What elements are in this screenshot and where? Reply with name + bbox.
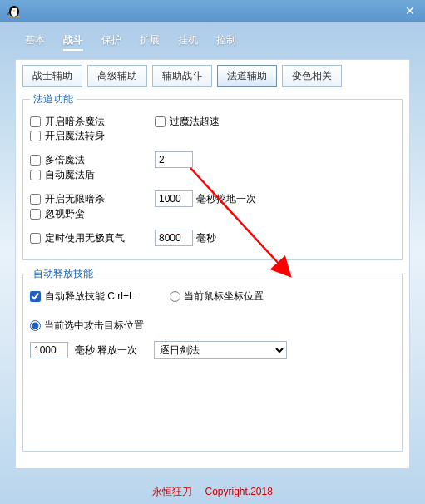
tab-extend[interactable]: 扩展 bbox=[140, 33, 160, 51]
chk-auto-magic-shield[interactable]: 自动魔法盾 bbox=[30, 168, 146, 182]
dig-interval-input[interactable] bbox=[155, 190, 193, 207]
svg-point-2 bbox=[12, 8, 13, 10]
timed-suffix-label: 毫秒 bbox=[196, 231, 216, 245]
cast-interval-input[interactable] bbox=[30, 342, 68, 358]
skill-select[interactable]: 逐日剑法 bbox=[154, 341, 287, 359]
radio-cursor-position-label: 当前鼠标坐标位置 bbox=[184, 289, 264, 304]
top-tab-bar: 基本 战斗 保护 扩展 挂机 控制 bbox=[0, 22, 425, 59]
group1-legend: 法道功能 bbox=[30, 92, 77, 106]
chk-open-assassin-label: 开启暗杀魔法 bbox=[45, 115, 105, 129]
multi-magic-value-input[interactable] bbox=[155, 151, 193, 168]
chk-open-infinite-assassin-label: 开启无限暗杀 bbox=[45, 192, 105, 206]
chk-auto-magic-shield-label: 自动魔法盾 bbox=[45, 168, 95, 182]
subtab-assist-combat[interactable]: 辅助战斗 bbox=[152, 65, 212, 87]
footer-copyright: Copyright.2018 bbox=[205, 486, 272, 497]
svg-point-3 bbox=[15, 8, 17, 10]
tab-basic[interactable]: 基本 bbox=[25, 33, 45, 51]
titlebar: ✕ bbox=[0, 0, 425, 22]
close-button[interactable]: ✕ bbox=[402, 4, 418, 17]
sub-tab-bar: 战士辅助 高级辅助 辅助战斗 法道辅助 变色相关 bbox=[22, 65, 403, 87]
chk-open-magic-transform[interactable]: 开启魔法转身 bbox=[30, 129, 146, 143]
chk-multi-magic-label: 多倍魔法 bbox=[45, 153, 85, 167]
chk-auto-cast-skill[interactable]: 自动释放技能 Ctrl+L bbox=[30, 289, 155, 304]
group-auto-cast-skill: 自动释放技能 自动释放技能 Ctrl+L 当前鼠标坐标位置 当前选中攻击目标位置… bbox=[22, 267, 403, 452]
subtab-warrior-assist[interactable]: 战士辅助 bbox=[22, 65, 82, 87]
svg-point-4 bbox=[13, 10, 16, 12]
cast-interval-suffix: 毫秒 释放一次 bbox=[75, 343, 137, 358]
chk-ignore-barbarian[interactable]: 忽视野蛮 bbox=[30, 207, 146, 221]
subtab-advanced-assist[interactable]: 高级辅助 bbox=[87, 65, 147, 87]
tab-protect[interactable]: 保护 bbox=[101, 33, 121, 51]
chk-open-infinite-assassin[interactable]: 开启无限暗杀 bbox=[30, 192, 155, 206]
app-logo bbox=[7, 3, 22, 18]
footer-brand: 永恒狂刀 bbox=[152, 486, 192, 497]
dig-suffix-label: 毫秒挖地一次 bbox=[196, 192, 256, 206]
group2-legend: 自动释放技能 bbox=[30, 267, 96, 281]
tab-control[interactable]: 控制 bbox=[216, 33, 236, 51]
chk-overmagic-speed-label: 过魔法超速 bbox=[170, 115, 220, 129]
chk-open-assassin[interactable]: 开启暗杀魔法 bbox=[30, 115, 155, 129]
timed-qi-value-input[interactable] bbox=[155, 230, 193, 246]
svg-point-6 bbox=[16, 16, 19, 17]
tab-hang[interactable]: 挂机 bbox=[178, 33, 198, 51]
tab-combat[interactable]: 战斗 bbox=[63, 33, 83, 51]
svg-point-5 bbox=[9, 16, 12, 17]
chk-open-magic-transform-label: 开启魔法转身 bbox=[45, 129, 105, 143]
main-panel: 战士辅助 高级辅助 辅助战斗 法道辅助 变色相关 法道功能 开启暗杀魔法 过魔法… bbox=[15, 59, 410, 469]
chk-timed-qi[interactable]: 定时使用无极真气 bbox=[30, 231, 155, 245]
chk-auto-cast-skill-label: 自动释放技能 Ctrl+L bbox=[45, 289, 135, 304]
radio-target-position[interactable]: 当前选中攻击目标位置 bbox=[30, 319, 155, 333]
chk-overmagic-speed[interactable]: 过魔法超速 bbox=[155, 115, 279, 129]
chk-multi-magic[interactable]: 多倍魔法 bbox=[30, 153, 155, 167]
chk-timed-qi-label: 定时使用无极真气 bbox=[45, 231, 125, 245]
subtab-color-related[interactable]: 变色相关 bbox=[282, 65, 342, 87]
group-mage-tao-functions: 法道功能 开启暗杀魔法 过魔法超速 开启魔法转身 多倍魔法 自动魔法盾 开启无限… bbox=[22, 92, 403, 260]
footer: 永恒狂刀 Copyright.2018 bbox=[0, 485, 425, 499]
subtab-mage-tao-assist[interactable]: 法道辅助 bbox=[217, 65, 277, 87]
chk-ignore-barbarian-label: 忽视野蛮 bbox=[45, 207, 85, 221]
radio-target-position-label: 当前选中攻击目标位置 bbox=[44, 319, 144, 333]
radio-cursor-position[interactable]: 当前鼠标坐标位置 bbox=[170, 289, 278, 304]
